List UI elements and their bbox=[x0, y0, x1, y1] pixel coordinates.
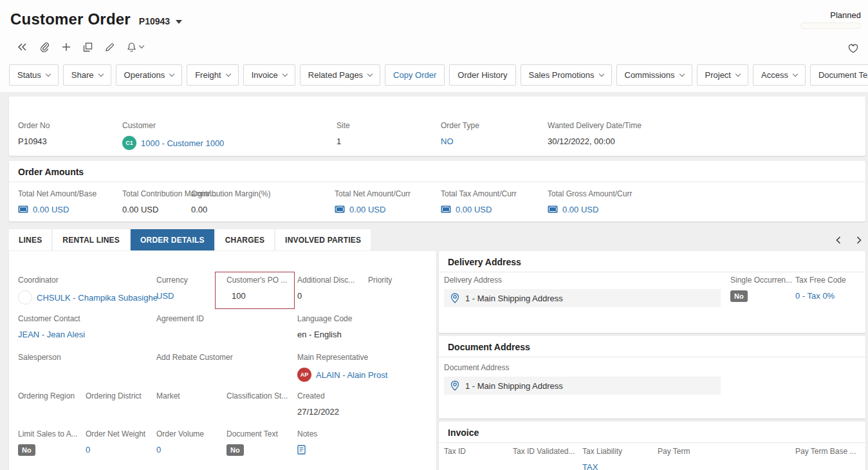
field-total-net-curr: Total Net Amount/Curr 0.00 USD bbox=[335, 189, 411, 214]
command-menu: Status Share Operations Freight Invoice … bbox=[9, 64, 868, 86]
field-value: 0.00 bbox=[191, 204, 270, 214]
field-label: Coordinator bbox=[18, 276, 158, 285]
favorite-icon[interactable] bbox=[847, 42, 860, 55]
field-label: Ordering District bbox=[86, 391, 142, 400]
notifications-icon[interactable] bbox=[125, 41, 145, 53]
notes-icon[interactable] bbox=[297, 445, 306, 455]
field-label: Site bbox=[337, 121, 350, 130]
add-icon[interactable] bbox=[60, 41, 72, 53]
field-value: P10943 bbox=[18, 136, 50, 146]
field-label: Created bbox=[297, 391, 339, 400]
field-label: Notes bbox=[297, 429, 317, 438]
operations-menu-button[interactable]: Operations bbox=[116, 64, 183, 86]
field-notes: Notes bbox=[297, 429, 317, 455]
tab-order-details[interactable]: ORDER DETAILS bbox=[131, 229, 214, 250]
menu-button-label: Document Text bbox=[818, 70, 868, 80]
record-dropdown-icon[interactable] bbox=[176, 20, 182, 24]
field-label: Tax Liability bbox=[582, 447, 622, 456]
freight-menu-button[interactable]: Freight bbox=[187, 64, 238, 86]
field-limit-sales: Limit Sales to A... No bbox=[18, 429, 78, 456]
chevron-down-icon bbox=[46, 71, 51, 76]
tab-lines[interactable]: LINES bbox=[9, 229, 51, 250]
menu-button-label: Sales Promotions bbox=[529, 70, 595, 80]
field-label: Order Type bbox=[441, 121, 479, 130]
menu-button-label: Status bbox=[17, 70, 41, 80]
field-add-rebate-customer: Add Rebate Customer bbox=[156, 353, 233, 378]
field-value: 1 bbox=[337, 136, 350, 146]
currency-icon bbox=[548, 205, 558, 213]
section-title: Invoice bbox=[439, 422, 865, 443]
location-pin-icon bbox=[450, 293, 459, 303]
order-net-weight-link[interactable]: 0 bbox=[86, 445, 90, 455]
tab-rental-lines[interactable]: RENTAL LINES bbox=[53, 229, 129, 250]
currency-icon bbox=[441, 205, 451, 213]
avatar: AP bbox=[297, 368, 311, 382]
field-label: Limit Sales to A... bbox=[18, 429, 78, 438]
order-volume-link[interactable]: 0 bbox=[156, 445, 161, 455]
status-menu-button[interactable]: Status bbox=[9, 64, 59, 86]
amount-link[interactable]: 0.00 USD bbox=[349, 205, 385, 214]
sales-promotions-menu-button[interactable]: Sales Promotions bbox=[521, 64, 612, 86]
tax-free-code-link[interactable]: 0 - Tax 0% bbox=[795, 291, 835, 301]
field-value: 27/12/2022 bbox=[297, 406, 339, 417]
field-label: Document Address bbox=[444, 363, 721, 372]
related-pages-menu-button[interactable]: Related Pages bbox=[300, 64, 380, 86]
currency-icon bbox=[18, 205, 28, 213]
amount-link[interactable]: 0.00 USD bbox=[456, 205, 492, 214]
duplicate-icon[interactable] bbox=[82, 41, 94, 53]
field-label: Pay Term bbox=[658, 447, 690, 456]
document-address-value[interactable]: 1 - Main Shipping Address bbox=[444, 377, 721, 395]
main-representative-link[interactable]: ALAIN - Alain Prost bbox=[316, 370, 387, 380]
project-menu-button[interactable]: Project bbox=[697, 64, 748, 86]
menu-button-label: Project bbox=[705, 70, 731, 80]
document-text-button[interactable]: Document Text bbox=[810, 64, 868, 86]
amount-link[interactable]: 0.00 USD bbox=[33, 205, 69, 214]
field-label: Tax ID bbox=[444, 447, 466, 456]
order-type-link[interactable]: NO bbox=[441, 136, 454, 146]
field-label: Order Volume bbox=[156, 429, 204, 438]
field-label: Ordering Region bbox=[18, 391, 75, 400]
order-history-button[interactable]: Order History bbox=[449, 64, 515, 86]
edit-icon[interactable] bbox=[104, 41, 116, 53]
tab-charges[interactable]: CHARGES bbox=[216, 229, 274, 250]
field-currency: Currency USD bbox=[156, 276, 188, 301]
tab-bar: LINES RENTAL LINES ORDER DETAILS CHARGES… bbox=[9, 229, 372, 250]
delivery-address-value[interactable]: 1 - Main Shipping Address bbox=[444, 289, 721, 307]
field-wanted-delivery: Wanted Delivery Date/Time 30/12/2022, 00… bbox=[548, 121, 642, 146]
document-address-card: Document Address Document Address 1 - Ma… bbox=[439, 336, 865, 418]
customer-contact-link[interactable]: JEAN - Jean Alesi bbox=[18, 330, 85, 339]
field-total-net-base: Total Net Amount/Base 0.00 USD bbox=[18, 189, 97, 214]
field-label: Classification St... bbox=[226, 391, 288, 400]
commissions-menu-button[interactable]: Commissions bbox=[616, 64, 692, 86]
field-ordering-region: Ordering Region bbox=[18, 391, 75, 417]
chevron-right-icon[interactable] bbox=[854, 234, 864, 247]
invoice-menu-button[interactable]: Invoice bbox=[243, 64, 295, 86]
attachment-icon[interactable] bbox=[38, 41, 51, 53]
copy-order-button[interactable]: Copy Order bbox=[385, 64, 445, 86]
customer-link[interactable]: 1000 - Customer 1000 bbox=[141, 138, 224, 148]
chevron-left-icon[interactable] bbox=[833, 234, 844, 247]
chevron-down-icon bbox=[139, 43, 144, 48]
coordinator-link[interactable]: CHSULK - Champika Subasighe bbox=[37, 293, 158, 303]
collapse-icon[interactable] bbox=[15, 41, 28, 53]
field-value bbox=[226, 406, 288, 417]
field-value: en - English bbox=[297, 329, 352, 339]
field-coordinator: Coordinator CHSULK - Champika Subasighe bbox=[18, 276, 158, 305]
share-menu-button[interactable]: Share bbox=[63, 64, 111, 86]
field-label: Document Text bbox=[226, 429, 278, 438]
amount-link[interactable]: 0.00 USD bbox=[562, 205, 598, 214]
field-tax-liability: Tax Liability TAX bbox=[582, 447, 622, 470]
currency-link[interactable]: USD bbox=[156, 291, 174, 301]
status-progress-bar bbox=[800, 23, 861, 29]
page-title: Customer Order bbox=[10, 10, 131, 28]
access-menu-button[interactable]: Access bbox=[753, 64, 806, 86]
field-value bbox=[18, 406, 75, 417]
currency-icon bbox=[335, 205, 345, 213]
field-tax-id: Tax ID bbox=[444, 447, 466, 456]
field-label: Currency bbox=[156, 276, 188, 285]
chevron-down-icon bbox=[598, 71, 604, 76]
tax-liability-link[interactable]: TAX bbox=[582, 462, 598, 470]
tab-involved-parties[interactable]: INVOLVED PARTIES bbox=[275, 229, 371, 250]
icon-toolbar bbox=[15, 41, 145, 53]
field-label: Tax ID Validated... bbox=[513, 447, 575, 456]
